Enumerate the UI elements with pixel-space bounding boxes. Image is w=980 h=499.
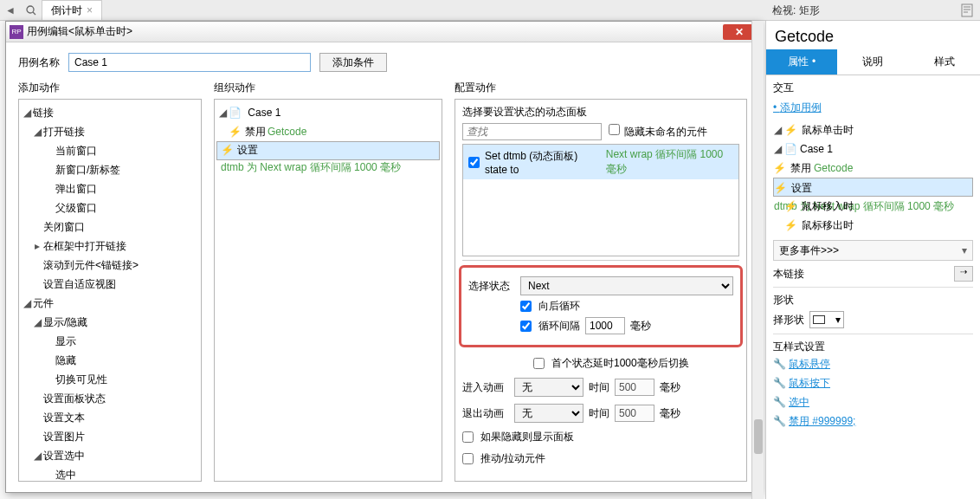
evt-set[interactable]: ⚡设置 dtmb 为 Next wrap 循环间隔 1000 毫秒: [773, 178, 973, 197]
anim-out-select[interactable]: 无: [514, 404, 583, 423]
wrap-label: 向后循环: [538, 299, 580, 314]
widget-name: Getcode: [766, 21, 980, 49]
cfg-hide-unnamed[interactable]: 隐藏未命名的元件: [609, 124, 707, 139]
highlight-box: 选择状态 Next 向后循环 循环间隔 毫秒: [459, 265, 743, 347]
interact-header: 交互: [773, 81, 973, 95]
evt-onclick[interactable]: ◢⚡鼠标单击时: [773, 120, 973, 139]
case-name-input[interactable]: [68, 53, 311, 72]
ms-label: 毫秒: [630, 319, 651, 334]
anim-in-time[interactable]: [615, 379, 654, 396]
col2-header: 组织动作: [214, 81, 442, 95]
tree-set-sel[interactable]: ◢设置选中: [21, 446, 199, 465]
cfg-pick-label: 选择要设置状态的动态面板: [462, 105, 739, 120]
evt-case[interactable]: ◢📄Case 1: [773, 139, 973, 159]
case-editor-dialog: RP 用例编辑<鼠标单击时> ✕ 用例名称 添加条件 添加动作 ◢链接 ◢打开链…: [5, 21, 760, 493]
case-name-label: 用例名称: [18, 55, 60, 70]
tree-frame-open[interactable]: ▸在框架中打开链接: [21, 237, 199, 256]
inspector-header: 检视: 矩形: [765, 0, 980, 21]
svg-rect-2: [962, 4, 972, 16]
svg-point-0: [27, 6, 34, 13]
tree-adaptive[interactable]: 设置自适应视图: [21, 275, 199, 294]
note-icon[interactable]: [961, 3, 973, 17]
tree-sel-on[interactable]: 选中: [21, 465, 199, 482]
anim-out-time[interactable]: [615, 405, 654, 422]
tree-parent[interactable]: 父级窗口: [21, 198, 199, 217]
cfg-panel-list[interactable]: Set dtmb (动态面板) state to Next wrap 循环间隔 …: [462, 144, 739, 256]
intstyle-label: 互样式设置: [773, 340, 973, 354]
tree-hide[interactable]: 隐藏: [21, 351, 199, 370]
inspector-label: 检视: 矩形: [772, 3, 820, 18]
tree-open-link[interactable]: ◢打开链接: [21, 122, 199, 141]
cfg-item-check[interactable]: [468, 157, 480, 168]
tab-notes[interactable]: 说明: [837, 49, 908, 75]
add-case-link[interactable]: • 添加用例: [773, 101, 822, 113]
selected-style-link[interactable]: 选中: [789, 394, 809, 410]
select-state-dropdown[interactable]: Next: [520, 276, 733, 295]
col1-header: 添加动作: [18, 81, 202, 95]
first-delay-label: 首个状态延时1000毫秒后切换: [551, 356, 689, 371]
org-set-state[interactable]: ⚡设置 dtmb 为 Next wrap 循环间隔 1000 毫秒: [216, 141, 440, 160]
tab-title: 倒计时: [51, 3, 82, 18]
tree-popup[interactable]: 弹出窗口: [21, 179, 199, 198]
tree-show-hide[interactable]: ◢显示/隐藏: [21, 313, 199, 332]
tab-style[interactable]: 样式: [909, 49, 980, 75]
disabled-style-link[interactable]: 禁用 #999999;: [789, 413, 855, 429]
tree-link[interactable]: ◢链接: [21, 103, 199, 122]
evt-mouseout[interactable]: ⚡鼠标移出时: [773, 216, 973, 235]
document-tab[interactable]: 倒计时 ×: [42, 0, 102, 20]
tree-panel-state[interactable]: 设置面板状态: [21, 389, 199, 408]
evt-disable[interactable]: ⚡禁用 Getcode: [773, 159, 973, 178]
shape-section: 形状: [773, 293, 973, 308]
select-state-label: 选择状态: [468, 279, 515, 294]
org-case[interactable]: ◢📄 Case 1: [216, 103, 440, 122]
tree-new-win[interactable]: 新窗口/新标签: [21, 160, 199, 179]
anim-in-select[interactable]: 无: [514, 378, 583, 397]
search-icon[interactable]: [21, 0, 42, 21]
show-if-hidden-checkbox[interactable]: [462, 431, 474, 443]
dialog-titlebar: RP 用例编辑<鼠标单击时> ✕: [6, 22, 759, 42]
scrollbar-thumb[interactable]: [754, 419, 763, 454]
push-pull-checkbox[interactable]: [462, 453, 474, 464]
tree-close-win[interactable]: 关闭窗口: [21, 217, 199, 237]
hover-style-link[interactable]: 鼠标悬停: [789, 356, 830, 372]
text-link-label: 本链接: [773, 267, 804, 282]
inspector-pane: Getcode 属性• 说明 样式 交互 • 添加用例 ◢⚡鼠标单击时 ◢📄Ca…: [765, 21, 980, 499]
loop-label: 循环间隔: [538, 319, 580, 334]
svg-line-1: [33, 12, 35, 15]
nav-back-icon[interactable]: ◄: [0, 0, 21, 21]
tree-show[interactable]: 显示: [21, 332, 199, 351]
tree-widget[interactable]: ◢元件: [21, 294, 199, 313]
col3-header: 配置动作: [455, 81, 747, 95]
dialog-title: 用例编辑<鼠标单击时>: [27, 24, 132, 39]
time-label: 时间: [589, 380, 609, 395]
wrap-checkbox[interactable]: [520, 301, 532, 312]
vertical-scrollbar[interactable]: [751, 21, 764, 499]
pick-shape-label: 择形状: [773, 313, 804, 327]
press-style-link[interactable]: 鼠标按下: [789, 375, 830, 391]
close-icon[interactable]: ×: [87, 4, 93, 16]
tab-properties[interactable]: 属性•: [766, 49, 837, 75]
tree-cur-win[interactable]: 当前窗口: [21, 141, 199, 160]
loop-interval-input[interactable]: [585, 317, 625, 334]
app-logo-icon: RP: [10, 25, 23, 39]
org-disable[interactable]: ⚡禁用 Getcode: [216, 122, 440, 141]
add-condition-button[interactable]: 添加条件: [319, 53, 387, 72]
tree-set-img[interactable]: 设置图片: [21, 427, 199, 446]
anim-in-label: 进入动画: [462, 380, 509, 395]
anim-out-label: 退出动画: [462, 406, 509, 421]
tree-set-text[interactable]: 设置文本: [21, 408, 199, 427]
goto-button[interactable]: ⇢: [954, 266, 973, 282]
first-delay-checkbox[interactable]: [533, 358, 545, 369]
cfg-panel-item[interactable]: Set dtmb (动态面板) state to Next wrap 循环间隔 …: [463, 145, 738, 179]
tree-toggle[interactable]: 切换可见性: [21, 370, 199, 389]
cfg-search-input[interactable]: [462, 123, 602, 140]
more-events-dropdown[interactable]: 更多事件>>>▾: [773, 240, 973, 261]
show-if-hidden-label: 如果隐藏则显示面板: [480, 430, 574, 444]
tree-scroll-anchor[interactable]: 滚动到元件<锚链接>: [21, 256, 199, 275]
loop-checkbox[interactable]: [520, 321, 532, 332]
shape-dropdown[interactable]: ▾: [809, 311, 844, 328]
push-pull-label: 推动/拉动元件: [480, 451, 545, 466]
